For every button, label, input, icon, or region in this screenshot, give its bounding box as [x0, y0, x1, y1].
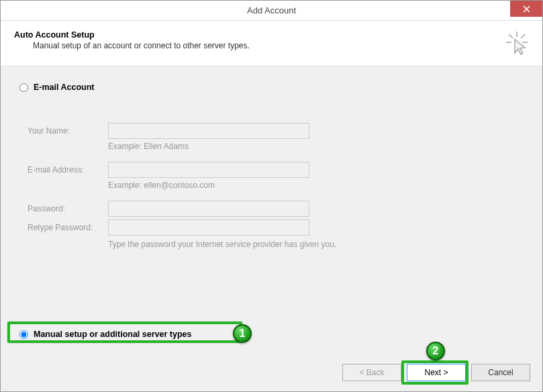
email-label: E-mail Address:: [28, 165, 108, 175]
dialog-footer: < Back Next > Cancel 2: [1, 354, 542, 391]
dialog-body: E-mail Account Your Name: Example: Ellen…: [1, 66, 542, 354]
name-input: [108, 123, 309, 139]
name-label: Your Name:: [28, 126, 108, 136]
email-input: [108, 162, 309, 178]
svg-line-3: [509, 34, 513, 38]
password-label: Password:: [28, 204, 108, 213]
radio-email-account-label: E-mail Account: [34, 83, 95, 92]
email-example: Example: ellen@contoso.com: [108, 181, 529, 190]
name-example: Example: Ellen Adams: [108, 142, 529, 151]
radio-email-account[interactable]: [19, 83, 28, 92]
close-icon: [523, 5, 530, 13]
name-row: Your Name:: [28, 123, 529, 139]
retype-label: Retype Password:: [28, 223, 108, 232]
back-button: < Back: [342, 364, 401, 381]
retype-row: Retype Password:: [28, 219, 529, 236]
radio-manual-setup-label: Manual setup or additional server types: [34, 330, 191, 339]
email-row: E-mail Address:: [28, 162, 529, 178]
password-hint: Type the password your Internet service …: [108, 240, 529, 249]
radio-manual-setup-row[interactable]: Manual setup or additional server types: [14, 330, 191, 339]
radio-email-account-row[interactable]: E-mail Account: [14, 83, 529, 92]
cancel-button[interactable]: Cancel: [471, 364, 530, 381]
window-title: Add Account: [247, 5, 296, 15]
radio-manual-setup[interactable]: [19, 330, 28, 339]
annotation-badge-1: 1: [233, 324, 252, 343]
svg-line-4: [521, 34, 525, 38]
title-bar: Add Account: [1, 1, 542, 21]
email-form-section: Your Name: Example: Ellen Adams E-mail A…: [28, 123, 529, 249]
retype-input: [108, 219, 309, 236]
password-row: Password:: [28, 201, 529, 217]
close-button[interactable]: [510, 1, 542, 17]
cursor-click-icon: [503, 30, 530, 57]
header-title: Auto Account Setup: [14, 30, 529, 40]
annotation-badge-2: 2: [426, 342, 445, 360]
header-subtitle: Manual setup of an account or connect to…: [33, 41, 529, 50]
dialog-header: Auto Account Setup Manual setup of an ac…: [1, 21, 542, 66]
password-input: [108, 201, 309, 217]
next-button[interactable]: Next >: [407, 364, 466, 381]
